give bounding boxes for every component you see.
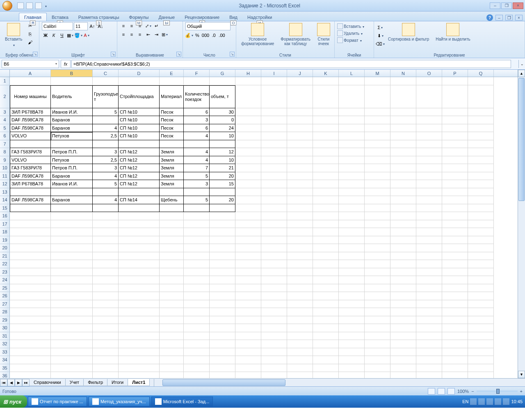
cell-K16[interactable]	[313, 212, 339, 220]
cell-E9[interactable]: Земля	[160, 156, 184, 164]
cell-K1[interactable]	[313, 77, 339, 85]
cell-O27[interactable]	[416, 300, 442, 308]
chevron-down-icon[interactable]: ▾	[55, 62, 57, 66]
font-color-icon[interactable]: A	[83, 32, 90, 39]
select-all-corner[interactable]	[0, 70, 10, 77]
cell-L17[interactable]	[339, 220, 365, 228]
scroll-up-icon[interactable]: ▲	[518, 70, 525, 77]
cell-P24[interactable]	[442, 276, 468, 284]
cell-C3[interactable]: 5	[93, 108, 119, 116]
cell-F26[interactable]	[184, 292, 210, 300]
cell-I36[interactable]	[261, 372, 287, 378]
row-header[interactable]: 21	[0, 252, 10, 260]
start-button[interactable]: ⊞пуск	[0, 395, 27, 408]
cell-M22[interactable]	[365, 260, 390, 268]
cell-J20[interactable]	[287, 244, 313, 252]
cell-Q22[interactable]	[468, 260, 494, 268]
cell-H28[interactable]	[235, 308, 261, 316]
cell-C14[interactable]: 4	[93, 196, 119, 204]
cell-C32[interactable]	[93, 340, 119, 348]
cell-Q18[interactable]	[468, 228, 494, 236]
cell-H3[interactable]	[235, 108, 261, 116]
cell-Q2[interactable]	[468, 85, 494, 108]
cell-C31[interactable]	[93, 332, 119, 340]
cell-G10[interactable]: 21	[210, 164, 235, 172]
cell-P10[interactable]	[442, 164, 468, 172]
cell-Q36[interactable]	[468, 372, 494, 378]
cell-B25[interactable]	[51, 284, 93, 292]
cell-O22[interactable]	[416, 260, 442, 268]
cell-E32[interactable]	[160, 340, 184, 348]
format-cells-button[interactable]: Формат	[337, 37, 362, 43]
cell-E8[interactable]: Земля	[160, 148, 184, 156]
cell-J32[interactable]	[287, 340, 313, 348]
cell-H1[interactable]	[235, 77, 261, 85]
cell-M6[interactable]	[365, 132, 390, 140]
cell-P16[interactable]	[442, 212, 468, 220]
cell-G26[interactable]	[210, 292, 235, 300]
sheet-tab-Справочники[interactable]: Справочники	[29, 379, 66, 386]
cell-C6[interactable]: 2,5	[93, 132, 119, 140]
sheet-nav-prev-icon[interactable]: ◀	[7, 379, 15, 386]
cell-B11[interactable]: Баранов	[51, 172, 93, 180]
cell-L9[interactable]	[339, 156, 365, 164]
cell-M31[interactable]	[365, 332, 390, 340]
cell-G4[interactable]: 0	[210, 116, 235, 124]
format-painter-icon[interactable]: 🖌	[26, 39, 34, 46]
cell-D29[interactable]	[119, 316, 160, 324]
cell-O5[interactable]	[416, 124, 442, 132]
cell-L35[interactable]	[339, 364, 365, 372]
cell-F13[interactable]	[184, 188, 210, 196]
cell-L36[interactable]	[339, 372, 365, 378]
cell-C20[interactable]	[93, 244, 119, 252]
cell-L7[interactable]	[339, 140, 365, 148]
taskbar-item-word2[interactable]: Метод_указания_уч...	[89, 397, 150, 406]
page-break-view-icon[interactable]	[447, 388, 455, 395]
cell-K20[interactable]	[313, 244, 339, 252]
taskbar-item-word1[interactable]: Отчет по практике ...	[28, 397, 87, 406]
cell-B5[interactable]: Баранов	[51, 124, 93, 132]
cell-I2[interactable]	[261, 85, 287, 108]
cell-H22[interactable]	[235, 260, 261, 268]
cell-B4[interactable]: Баранов	[51, 116, 93, 124]
cell-E22[interactable]	[160, 260, 184, 268]
cell-E30[interactable]	[160, 324, 184, 332]
cell-D12[interactable]: СП №12	[119, 180, 160, 188]
cell-H9[interactable]	[235, 156, 261, 164]
cell-N24[interactable]	[390, 276, 416, 284]
cell-Q11[interactable]	[468, 172, 494, 180]
cell-C10[interactable]: 3	[93, 164, 119, 172]
cell-A9[interactable]: VOLVO	[10, 156, 51, 164]
cell-P21[interactable]	[442, 252, 468, 260]
cell-H27[interactable]	[235, 300, 261, 308]
cell-J3[interactable]	[287, 108, 313, 116]
autosum-icon[interactable]: Σ	[377, 24, 384, 31]
cell-K23[interactable]	[313, 268, 339, 276]
column-header-Q[interactable]: Q	[468, 70, 494, 77]
column-header-B[interactable]: B	[51, 70, 93, 77]
tab-review[interactable]: РецензированиеР	[180, 13, 224, 21]
tray-icon[interactable]	[486, 398, 493, 405]
cell-H6[interactable]	[235, 132, 261, 140]
cell-K18[interactable]	[313, 228, 339, 236]
copy-icon[interactable]: ⎘	[26, 30, 34, 38]
cell-C19[interactable]	[93, 236, 119, 244]
cell-F20[interactable]	[184, 244, 210, 252]
cell-D8[interactable]: СП №12	[119, 148, 160, 156]
formula-input[interactable]: =ВПР(A6;Справочники!$A$3:$C$6;2)	[71, 60, 511, 68]
cell-H18[interactable]	[235, 228, 261, 236]
cell-E21[interactable]	[160, 252, 184, 260]
row-header[interactable]: 36	[0, 372, 10, 378]
cell-G24[interactable]	[210, 276, 235, 284]
cell-D22[interactable]	[119, 260, 160, 268]
cell-J8[interactable]	[287, 148, 313, 156]
cell-O13[interactable]	[416, 188, 442, 196]
cell-G5[interactable]: 24	[210, 124, 235, 132]
cell-M33[interactable]	[365, 348, 390, 356]
cell-C18[interactable]	[93, 228, 119, 236]
cell-J2[interactable]	[287, 85, 313, 108]
column-header-C[interactable]: C	[93, 70, 119, 77]
taskbar-item-excel[interactable]: Microsoft Excel - Зад...	[151, 397, 213, 406]
cell-E1[interactable]	[160, 77, 184, 85]
cell-F17[interactable]	[184, 220, 210, 228]
